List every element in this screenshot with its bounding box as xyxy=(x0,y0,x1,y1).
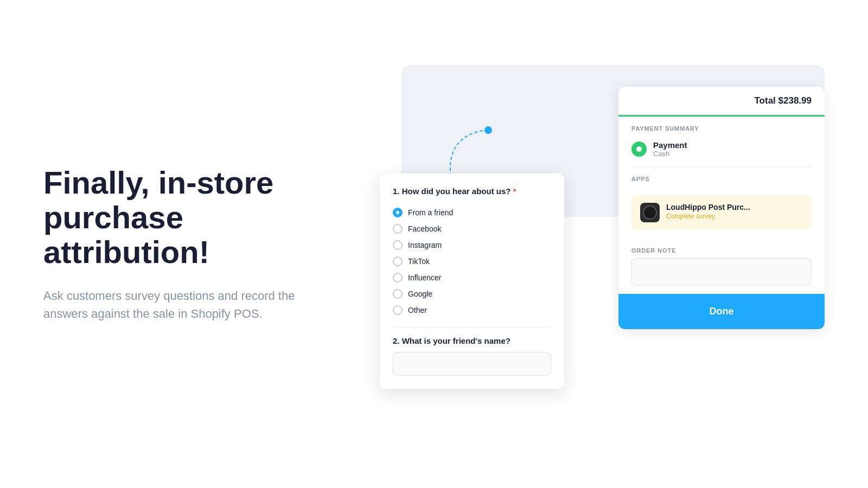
survey-divider xyxy=(393,327,551,328)
left-panel: Finally, in-store purchase attribution! … xyxy=(43,165,358,322)
app-icon xyxy=(640,203,660,222)
option-label-other: Other xyxy=(408,306,427,314)
payment-label: Payment xyxy=(653,140,687,150)
svg-point-0 xyxy=(484,126,492,134)
apps-card[interactable]: LoudHippo Post Purc... Complete survey xyxy=(631,195,812,230)
payment-method: Cash xyxy=(653,150,687,158)
order-note-title: ORDER NOTE xyxy=(618,239,825,258)
radio-from-a-friend xyxy=(393,208,403,217)
option-google[interactable]: Google xyxy=(393,286,551,302)
payment-summary-title: PAYMENT SUMMARY xyxy=(618,117,825,136)
option-label-facebook: Facebook xyxy=(408,224,441,233)
apps-title: APPS xyxy=(618,167,825,187)
option-influencer[interactable]: Influencer xyxy=(393,269,551,286)
option-other[interactable]: Other xyxy=(393,302,551,318)
survey-question-2: 2. What is your friend's name? xyxy=(393,336,551,345)
sub-text: Ask customers survey questions and recor… xyxy=(43,287,326,323)
option-instagram[interactable]: Instagram xyxy=(393,237,551,253)
pos-total-bar: Total $238.99 xyxy=(618,87,825,117)
option-tiktok[interactable]: TikTok xyxy=(393,253,551,269)
radio-influencer xyxy=(393,273,403,282)
radio-other xyxy=(393,305,403,315)
required-star: * xyxy=(513,187,516,196)
app-icon-inner xyxy=(643,206,657,220)
option-label-from-a-friend: From a friend xyxy=(408,208,453,217)
right-panel: Total $238.99 PAYMENT SUMMARY Payment Ca… xyxy=(358,54,825,434)
option-facebook[interactable]: Facebook xyxy=(393,221,551,237)
friend-name-input[interactable] xyxy=(393,352,551,376)
pos-panel: Total $238.99 PAYMENT SUMMARY Payment Ca… xyxy=(618,87,825,329)
page-container: Finally, in-store purchase attribution! … xyxy=(0,0,868,488)
done-button[interactable]: Done xyxy=(618,294,825,329)
app-info: LoudHippo Post Purc... Complete survey xyxy=(666,203,750,220)
radio-facebook xyxy=(393,224,403,234)
order-note-input[interactable] xyxy=(631,258,812,285)
app-name: LoudHippo Post Purc... xyxy=(666,203,750,211)
payment-row: Payment Cash xyxy=(618,136,825,166)
main-heading: Finally, in-store purchase attribution! xyxy=(43,165,326,269)
app-action[interactable]: Complete survey xyxy=(666,213,750,220)
option-label-google: Google xyxy=(408,290,432,298)
order-note-section xyxy=(618,258,825,294)
survey-question-1: 1. How did you hear about us? * xyxy=(393,187,551,196)
option-label-tiktok: TikTok xyxy=(408,257,430,266)
option-label-instagram: Instagram xyxy=(408,241,442,249)
pos-total: Total $238.99 xyxy=(754,95,812,106)
radio-tiktok xyxy=(393,256,403,266)
survey-card: 1. How did you hear about us? * From a f… xyxy=(380,174,564,389)
option-from-a-friend[interactable]: From a friend xyxy=(393,204,551,221)
radio-instagram xyxy=(393,240,403,250)
radio-google xyxy=(393,289,403,299)
payment-status-dot xyxy=(631,142,647,157)
payment-info: Payment Cash xyxy=(653,140,687,158)
option-label-influencer: Influencer xyxy=(408,273,441,282)
